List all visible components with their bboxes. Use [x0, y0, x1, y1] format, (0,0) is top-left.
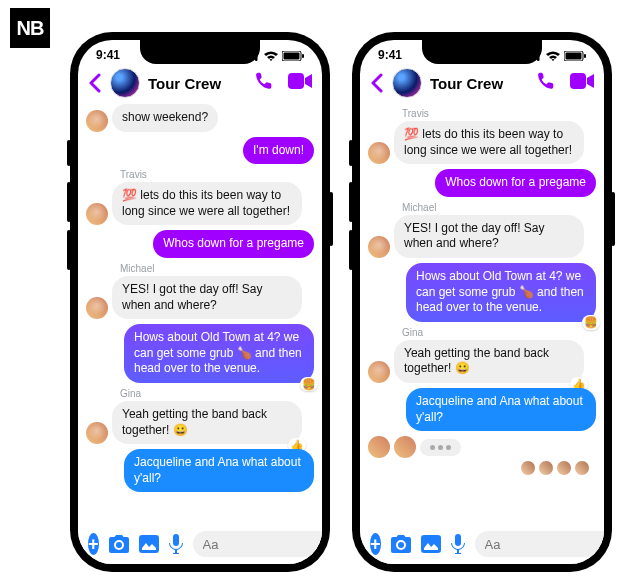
message-bubble[interactable]: Yeah getting the band back together! 😀👍	[112, 401, 302, 444]
call-icon[interactable]	[254, 71, 274, 95]
message-bubble[interactable]: Hows about Old Town at 4? we can get som…	[406, 263, 596, 322]
stage: NB 9:41 Tour Crew	[0, 0, 640, 586]
plus-button[interactable]: +	[370, 533, 381, 555]
svg-rect-18	[566, 52, 582, 59]
chat-avatar[interactable]	[110, 68, 140, 98]
side-button	[67, 182, 71, 222]
side-button	[611, 192, 615, 246]
message-bubble[interactable]: Jacqueline and Ana what about y'all?	[124, 449, 314, 492]
status-time: 9:41	[96, 48, 120, 62]
camera-icon[interactable]	[109, 533, 129, 555]
message-bubble[interactable]: Whos down for a pregame	[153, 230, 314, 258]
message-row: Jacqueline and Ana what about y'all?	[368, 388, 596, 431]
message-row: I'm down!	[86, 137, 314, 165]
composer: +	[78, 524, 322, 564]
battery-icon	[564, 51, 586, 61]
sender-name: Gina	[402, 327, 596, 338]
chat-title[interactable]: Tour Crew	[430, 75, 528, 92]
svg-rect-22	[455, 534, 461, 546]
mic-icon[interactable]	[451, 533, 465, 555]
message-bubble[interactable]: Yeah getting the band back together! 😀👍	[394, 340, 584, 383]
back-button[interactable]	[370, 73, 384, 93]
message-input[interactable]	[475, 531, 604, 557]
side-button	[349, 230, 353, 270]
mic-icon[interactable]	[169, 533, 183, 555]
message-text: Yeah getting the band back together! 😀	[122, 407, 267, 437]
message-bubble[interactable]: Whos down for a pregame	[435, 169, 596, 197]
reaction[interactable]: 🍔	[300, 377, 318, 391]
message-bubble[interactable]: YES! I got the day off! Say when and whe…	[394, 215, 584, 258]
receipt-avatar	[574, 460, 590, 476]
message-row: Whos down for a pregame	[368, 169, 596, 197]
video-icon[interactable]	[570, 73, 594, 93]
screen: 9:41 Tour Crew Travis	[360, 40, 604, 564]
phone-left: 9:41 Tour Crew show week	[70, 32, 330, 572]
composer: +	[360, 524, 604, 564]
avatar[interactable]	[86, 422, 108, 444]
message-bubble[interactable]: YES! I got the day off! Say when and whe…	[112, 276, 302, 319]
plus-button[interactable]: +	[88, 533, 99, 555]
message-list[interactable]: Travis 💯 lets do this its been way to lo…	[360, 104, 604, 496]
site-logo: NB	[10, 8, 50, 48]
sender-name: Travis	[120, 169, 314, 180]
notch	[422, 40, 542, 64]
logo-text: NB	[17, 17, 44, 40]
avatar[interactable]	[86, 203, 108, 225]
avatar	[394, 436, 416, 458]
reaction[interactable]: 🍔	[582, 315, 600, 329]
gallery-icon[interactable]	[421, 533, 441, 555]
svg-rect-19	[584, 54, 586, 58]
sender-name: Travis	[402, 108, 596, 119]
wifi-icon	[545, 51, 561, 61]
message-row: 💯 lets do this its been way to long sinc…	[86, 182, 314, 225]
message-row: Hows about Old Town at 4? we can get som…	[86, 324, 314, 383]
svg-rect-6	[302, 54, 304, 58]
phone-right: 9:41 Tour Crew Travis	[352, 32, 612, 572]
avatar[interactable]	[368, 142, 390, 164]
typing-indicator-row	[368, 436, 596, 458]
receipt-avatar	[538, 460, 554, 476]
message-bubble[interactable]: 💯 lets do this its been way to long sinc…	[394, 121, 584, 164]
camera-icon[interactable]	[391, 533, 411, 555]
read-receipts	[368, 460, 596, 476]
message-row: Hows about Old Town at 4? we can get som…	[368, 263, 596, 322]
message-text: Hows about Old Town at 4? we can get som…	[416, 269, 584, 314]
avatar[interactable]	[86, 110, 108, 132]
message-text: Hows about Old Town at 4? we can get som…	[134, 330, 302, 375]
message-bubble[interactable]: I'm down!	[243, 137, 314, 165]
svg-rect-7	[288, 73, 304, 89]
side-button	[329, 192, 333, 246]
gallery-icon[interactable]	[139, 533, 159, 555]
message-row: YES! I got the day off! Say when and whe…	[368, 215, 596, 258]
side-button	[67, 230, 71, 270]
sender-name: Gina	[120, 388, 314, 399]
video-icon[interactable]	[288, 73, 312, 93]
svg-rect-8	[139, 535, 159, 553]
avatar[interactable]	[86, 297, 108, 319]
svg-rect-5	[284, 52, 300, 59]
message-text: Yeah getting the band back together! 😀	[404, 346, 549, 376]
back-button[interactable]	[88, 73, 102, 93]
screen: 9:41 Tour Crew show week	[78, 40, 322, 564]
svg-rect-20	[570, 73, 586, 89]
status-time: 9:41	[378, 48, 402, 62]
message-list[interactable]: show weekend? I'm down! Travis 💯 lets do…	[78, 104, 322, 496]
message-bubble[interactable]: 💯 lets do this its been way to long sinc…	[112, 182, 302, 225]
sender-name: Michael	[402, 202, 596, 213]
call-icon[interactable]	[536, 71, 556, 95]
wifi-icon	[263, 51, 279, 61]
side-button	[349, 140, 353, 166]
notch	[140, 40, 260, 64]
sender-name: Michael	[120, 263, 314, 274]
chat-title[interactable]: Tour Crew	[148, 75, 246, 92]
message-bubble[interactable]: show weekend?	[112, 104, 218, 132]
message-row: 💯 lets do this its been way to long sinc…	[368, 121, 596, 164]
avatar[interactable]	[368, 236, 390, 258]
chat-header: Tour Crew	[78, 64, 322, 104]
message-input[interactable]	[193, 531, 322, 557]
avatar[interactable]	[368, 361, 390, 383]
battery-icon	[282, 51, 304, 61]
chat-avatar[interactable]	[392, 68, 422, 98]
message-bubble[interactable]: Jacqueline and Ana what about y'all?	[406, 388, 596, 431]
message-bubble[interactable]: Hows about Old Town at 4? we can get som…	[124, 324, 314, 383]
